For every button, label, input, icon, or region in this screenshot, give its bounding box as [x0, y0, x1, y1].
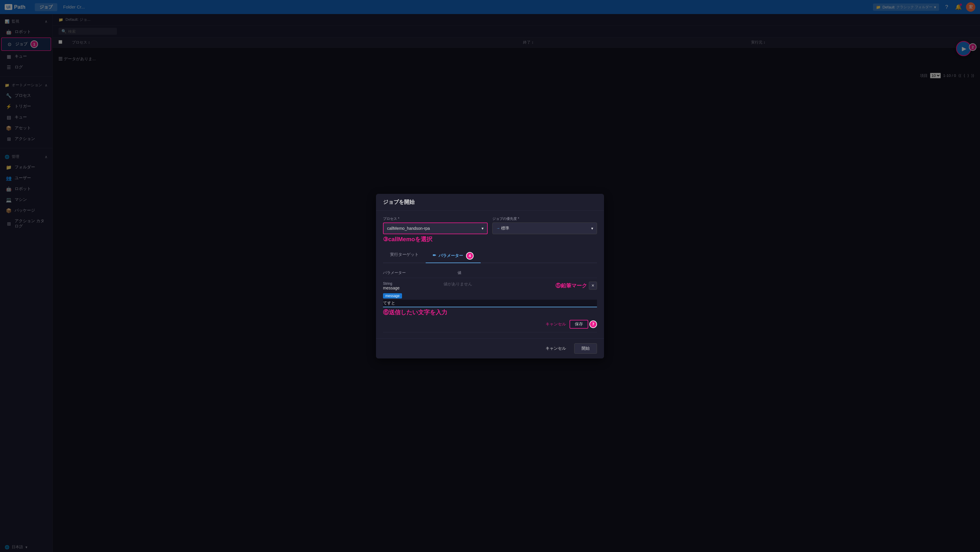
annotation-4: 4 — [466, 252, 474, 259]
modal-header: ジョブを開始 — [376, 194, 604, 210]
priority-select[interactable]: → 標準 ▾ — [492, 223, 597, 234]
process-field: プロセス * callMemo_handson-rpa ▾ ③callMemoを… — [383, 216, 488, 243]
tab-params[interactable]: ✏ パラメーター 4 — [426, 249, 480, 263]
param-col-name: パラメーター — [383, 270, 453, 275]
inline-edit-input[interactable] — [383, 300, 597, 307]
process-priority-row: プロセス * callMemo_handson-rpa ▾ ③callMemoを… — [383, 216, 597, 243]
modal-cancel-button[interactable]: キャンセル — [541, 344, 571, 353]
param-actions: ⑤鉛筆マーク × — [555, 282, 597, 290]
modal-body: プロセス * callMemo_handson-rpa ▾ ③callMemoを… — [376, 210, 604, 338]
inline-save-button[interactable]: 保存 — [570, 320, 588, 329]
annotation-3: ③callMemoを選択 — [383, 235, 488, 243]
modal-start-job: ジョブを開始 プロセス * callMemo_handson-rpa ▾ ③ca… — [376, 194, 604, 358]
process-field-label: プロセス * — [383, 216, 488, 221]
process-value: callMemo_handson-rpa — [387, 226, 430, 231]
annotation-7: 7 — [589, 320, 597, 328]
inline-edit-label: message — [383, 293, 402, 299]
annotation-5: ⑤鉛筆マーク — [555, 282, 587, 289]
inline-edit-area: message — [383, 293, 597, 307]
annotation-6-area: ⑥送信したい文字を入力 — [383, 309, 597, 317]
process-chevron: ▾ — [482, 226, 484, 231]
annotation-6: ⑥送信したい文字を入力 — [383, 309, 447, 315]
modal-tabs: 実行ターゲット ✏ パラメーター 4 — [383, 249, 597, 263]
modal-title: ジョブを開始 — [383, 199, 415, 205]
pencil-icon: ✏ — [433, 253, 436, 258]
param-value-placeholder: 値がありません — [444, 282, 472, 286]
param-type: String — [383, 282, 439, 286]
modal-start-button[interactable]: 開始 — [574, 343, 597, 354]
priority-field-label: ジョブの優先度 * — [492, 216, 597, 221]
priority-chevron: ▾ — [591, 226, 593, 231]
tab-target[interactable]: 実行ターゲット — [383, 249, 426, 263]
param-value-col: 値がありません — [439, 282, 555, 287]
inline-cancel-button[interactable]: キャンセル — [546, 321, 566, 327]
priority-value: 標準 — [501, 226, 509, 231]
priority-field: ジョブの優先度 * → 標準 ▾ — [492, 216, 597, 234]
modal-footer: キャンセル 開始 — [376, 338, 604, 358]
save-btn-area: 保存 7 — [570, 320, 597, 329]
modal-overlay: ジョブを開始 プロセス * callMemo_handson-rpa ▾ ③ca… — [0, 0, 980, 552]
priority-arrow-icon: → — [496, 226, 500, 231]
param-header: パラメーター 値 — [383, 268, 597, 278]
param-name-col: String message — [383, 282, 439, 290]
param-name: message — [383, 286, 439, 290]
process-select[interactable]: callMemo_handson-rpa ▾ — [383, 223, 488, 234]
param-table: パラメーター 値 String message 値がありません — [383, 268, 597, 332]
param-row-message: String message 値がありません ⑤鉛筆マーク × — [383, 278, 597, 332]
param-col-value: 値 — [453, 270, 597, 275]
inline-save-row: キャンセル 保存 7 — [383, 320, 597, 329]
param-close-button[interactable]: × — [589, 282, 597, 290]
